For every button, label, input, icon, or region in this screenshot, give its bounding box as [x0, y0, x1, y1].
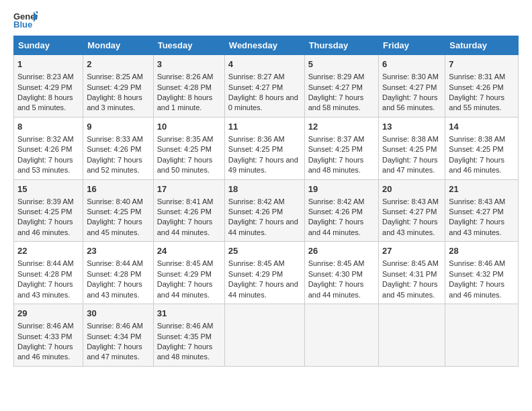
sunset-text: Sunset: 4:25 PM	[17, 207, 79, 217]
calendar-cell: 2Sunrise: 8:25 AMSunset: 4:29 PMDaylight…	[83, 55, 154, 118]
calendar-cell: 22Sunrise: 8:44 AMSunset: 4:28 PMDayligh…	[14, 242, 83, 304]
sunset-text: Sunset: 4:33 PM	[17, 332, 79, 342]
calendar-cell: 31Sunrise: 8:46 AMSunset: 4:35 PMDayligh…	[153, 304, 224, 367]
sunrise-text: Sunrise: 8:43 AM	[382, 197, 441, 207]
calendar-table: SundayMondayTuesdayWednesdayThursdayFrid…	[13, 36, 519, 367]
logo: General Blue	[13, 10, 42, 29]
sunrise-text: Sunrise: 8:29 AM	[308, 72, 375, 82]
daylight-text: Daylight: 7 hours and 46 minutes.	[17, 217, 79, 238]
day-number: 7	[449, 58, 515, 71]
daylight-text: Daylight: 7 hours and 49 minutes.	[228, 155, 301, 176]
day-number: 1	[17, 58, 79, 71]
day-number: 22	[17, 245, 79, 257]
calendar-cell: 30Sunrise: 8:46 AMSunset: 4:34 PMDayligh…	[83, 304, 154, 367]
calendar-cell: 3Sunrise: 8:26 AMSunset: 4:28 PMDaylight…	[153, 55, 224, 118]
day-number: 10	[157, 121, 221, 133]
daylight-text: Daylight: 7 hours and 45 minutes.	[382, 279, 441, 300]
day-number: 29	[17, 308, 79, 320]
sunrise-text: Sunrise: 8:38 AM	[382, 134, 441, 144]
sunrise-text: Sunrise: 8:33 AM	[87, 134, 150, 144]
day-number: 23	[87, 245, 150, 257]
calendar-week-row: 8Sunrise: 8:32 AMSunset: 4:26 PMDaylight…	[14, 117, 519, 179]
day-number: 27	[382, 245, 441, 257]
column-header-tuesday: Tuesday	[153, 36, 224, 55]
sunrise-text: Sunrise: 8:38 AM	[449, 134, 515, 144]
header: General Blue	[13, 10, 519, 29]
daylight-text: Daylight: 8 hours and 1 minute.	[157, 93, 221, 113]
day-number: 6	[382, 58, 441, 71]
sunrise-text: Sunrise: 8:42 AM	[308, 197, 375, 207]
calendar-cell: 16Sunrise: 8:40 AMSunset: 4:25 PMDayligh…	[83, 179, 154, 242]
column-header-wednesday: Wednesday	[224, 36, 304, 55]
calendar-week-row: 15Sunrise: 8:39 AMSunset: 4:25 PMDayligh…	[14, 179, 519, 242]
daylight-text: Daylight: 7 hours and 47 minutes.	[382, 155, 441, 176]
day-number: 15	[17, 183, 79, 195]
calendar-week-row: 1Sunrise: 8:23 AMSunset: 4:29 PMDaylight…	[14, 55, 519, 118]
calendar-cell: 7Sunrise: 8:31 AMSunset: 4:26 PMDaylight…	[445, 55, 519, 118]
daylight-text: Daylight: 7 hours and 56 minutes.	[382, 93, 441, 113]
daylight-text: Daylight: 7 hours and 44 minutes.	[228, 217, 301, 238]
calendar-cell: 13Sunrise: 8:38 AMSunset: 4:25 PMDayligh…	[379, 117, 445, 179]
daylight-text: Daylight: 7 hours and 43 minutes.	[382, 217, 441, 238]
day-number: 9	[87, 121, 150, 133]
sunrise-text: Sunrise: 8:27 AM	[228, 72, 301, 82]
sunrise-text: Sunrise: 8:44 AM	[87, 259, 150, 269]
sunset-text: Sunset: 4:35 PM	[157, 332, 221, 342]
calendar-cell	[379, 304, 445, 367]
day-number: 25	[228, 245, 301, 257]
calendar-cell	[304, 304, 378, 367]
sunset-text: Sunset: 4:26 PM	[308, 207, 375, 217]
sunset-text: Sunset: 4:34 PM	[87, 332, 150, 342]
day-number: 14	[449, 121, 515, 133]
sunrise-text: Sunrise: 8:45 AM	[308, 259, 375, 269]
column-headers: SundayMondayTuesdayWednesdayThursdayFrid…	[14, 36, 519, 55]
calendar-cell: 20Sunrise: 8:43 AMSunset: 4:27 PMDayligh…	[379, 179, 445, 242]
sunset-text: Sunset: 4:29 PM	[228, 269, 301, 279]
sunrise-text: Sunrise: 8:40 AM	[87, 197, 150, 207]
daylight-text: Daylight: 7 hours and 53 minutes.	[17, 155, 79, 176]
day-number: 18	[228, 183, 301, 195]
sunrise-text: Sunrise: 8:30 AM	[382, 72, 441, 82]
sunset-text: Sunset: 4:27 PM	[382, 207, 441, 217]
daylight-text: Daylight: 7 hours and 46 minutes.	[449, 155, 515, 176]
sunrise-text: Sunrise: 8:46 AM	[449, 259, 515, 269]
calendar-week-row: 29Sunrise: 8:46 AMSunset: 4:33 PMDayligh…	[14, 304, 519, 367]
calendar-cell: 27Sunrise: 8:45 AMSunset: 4:31 PMDayligh…	[379, 242, 445, 304]
sunrise-text: Sunrise: 8:45 AM	[228, 259, 301, 269]
day-number: 16	[87, 183, 150, 195]
sunset-text: Sunset: 4:32 PM	[449, 269, 515, 279]
daylight-text: Daylight: 7 hours and 44 minutes.	[308, 279, 375, 300]
sunset-text: Sunset: 4:25 PM	[308, 144, 375, 154]
calendar-cell: 5Sunrise: 8:29 AMSunset: 4:27 PMDaylight…	[304, 55, 378, 118]
sunset-text: Sunset: 4:25 PM	[382, 144, 441, 154]
calendar-cell: 29Sunrise: 8:46 AMSunset: 4:33 PMDayligh…	[14, 304, 83, 367]
calendar-cell: 12Sunrise: 8:37 AMSunset: 4:25 PMDayligh…	[304, 117, 378, 179]
sunrise-text: Sunrise: 8:45 AM	[157, 259, 221, 269]
sunset-text: Sunset: 4:26 PM	[228, 207, 301, 217]
sunrise-text: Sunrise: 8:35 AM	[157, 134, 221, 144]
daylight-text: Daylight: 7 hours and 43 minutes.	[17, 279, 79, 300]
sunrise-text: Sunrise: 8:32 AM	[17, 134, 79, 144]
calendar-cell: 10Sunrise: 8:35 AMSunset: 4:25 PMDayligh…	[153, 117, 224, 179]
calendar-cell: 25Sunrise: 8:45 AMSunset: 4:29 PMDayligh…	[224, 242, 304, 304]
daylight-text: Daylight: 7 hours and 46 minutes.	[17, 342, 79, 363]
daylight-text: Daylight: 8 hours and 5 minutes.	[17, 93, 79, 113]
column-header-friday: Friday	[379, 36, 445, 55]
sunrise-text: Sunrise: 8:43 AM	[449, 197, 515, 207]
column-header-sunday: Sunday	[14, 36, 83, 55]
sunrise-text: Sunrise: 8:39 AM	[17, 197, 79, 207]
calendar-cell: 14Sunrise: 8:38 AMSunset: 4:25 PMDayligh…	[445, 117, 519, 179]
sunset-text: Sunset: 4:25 PM	[87, 207, 150, 217]
sunrise-text: Sunrise: 8:31 AM	[449, 72, 515, 82]
sunset-text: Sunset: 4:26 PM	[157, 207, 221, 217]
day-number: 20	[382, 183, 441, 195]
sunrise-text: Sunrise: 8:36 AM	[228, 134, 301, 144]
daylight-text: Daylight: 7 hours and 50 minutes.	[157, 155, 221, 176]
daylight-text: Daylight: 7 hours and 55 minutes.	[449, 93, 515, 113]
day-number: 11	[228, 121, 301, 133]
calendar-week-row: 22Sunrise: 8:44 AMSunset: 4:28 PMDayligh…	[14, 242, 519, 304]
daylight-text: Daylight: 7 hours and 44 minutes.	[308, 217, 375, 238]
sunrise-text: Sunrise: 8:46 AM	[157, 321, 221, 331]
calendar-cell: 6Sunrise: 8:30 AMSunset: 4:27 PMDaylight…	[379, 55, 445, 118]
day-number: 17	[157, 183, 221, 195]
